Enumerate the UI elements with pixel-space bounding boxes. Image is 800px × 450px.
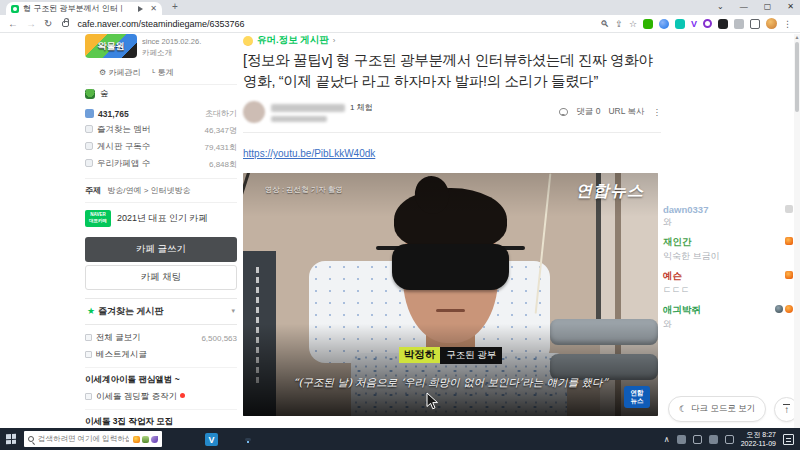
browser-tabstrip: 형 구조된 광부분께서 인터ㅣ ✕ + ⌄ — ▢ ✕: [0, 0, 800, 15]
scrollbar-up-icon[interactable]: ▲: [794, 34, 800, 40]
stat-value: 46,347명: [205, 125, 237, 136]
cafe-write-button[interactable]: 카페 글쓰기: [85, 237, 237, 262]
taskbar-search[interactable]: 검색하려면 여기에 입력하십시: [24, 431, 162, 447]
topic-value[interactable]: 방송/연예 > 인터넷방송: [107, 186, 190, 195]
lock-icon: [62, 21, 69, 27]
taskbar-clock[interactable]: 오전 8:27 2022-11-09: [741, 430, 776, 449]
stat-value: 6,848회: [209, 159, 237, 170]
tray-icon[interactable]: [709, 435, 718, 444]
url-copy-button[interactable]: URL 복사: [608, 106, 644, 118]
topic-label: 주제: [85, 186, 101, 195]
page-scrollbar[interactable]: ▲: [794, 34, 800, 428]
windows-taskbar: 검색하려면 여기에 입력하십시 V ∧ 오전 8:27 2022-11-09: [0, 428, 800, 450]
profile-avatar[interactable]: [766, 18, 777, 29]
tab-audio-icon: [138, 6, 146, 12]
naver-cafe-favicon: [11, 5, 19, 13]
cafe-stats-link[interactable]: 통계: [152, 67, 173, 78]
url-bar[interactable]: cafe.naver.com/steamindiegame/6353766: [77, 19, 592, 29]
video-credit: 영상 : 김선형 기자 촬영: [265, 185, 343, 195]
chevron-down-icon[interactable]: ▾: [231, 307, 235, 315]
video-player[interactable]: 영상 : 김선형 기자 촬영 연합뉴스 박정하구조된 광부 “(구조된 날) 처…: [243, 173, 658, 416]
back-button[interactable]: ←: [8, 18, 18, 29]
chat-text: 와: [663, 216, 791, 229]
zoom-icon[interactable]: 🔍︎: [600, 19, 609, 29]
post-more-icon[interactable]: ⋮: [653, 107, 662, 117]
search-highlight-icons[interactable]: [133, 436, 158, 443]
chat-badge-icon: [775, 305, 783, 313]
bookmark-star-icon[interactable]: ☆: [629, 19, 637, 29]
comment-count[interactable]: 댓글 0: [576, 106, 600, 118]
invite-link[interactable]: 초대하기: [205, 108, 237, 119]
author-avatar[interactable]: [243, 101, 265, 123]
extension-icon[interactable]: [718, 19, 728, 29]
new-tab-button[interactable]: +: [172, 1, 178, 12]
cafe-grade-icon: [85, 89, 95, 99]
stat-value: 79,431회: [205, 142, 237, 153]
tray-expand-icon[interactable]: ∧: [664, 435, 670, 444]
cafe-page: 왁물원 since 2015.02.26. 카페소개 카페관리 통계 숲 431…: [0, 34, 800, 428]
chat-overlay: dawn0337 와 재인간 익숙한 브금이 예슨 ㄷㄷㄷ 애긔박쥐 와: [663, 204, 791, 338]
share-icon[interactable]: ⇪: [615, 19, 623, 29]
board-link[interactable]: 유머.정보 게시판: [257, 34, 329, 47]
chat-badge-icon: [785, 237, 793, 245]
post-time-blurred: [271, 116, 327, 122]
divider: [243, 132, 661, 133]
forward-button[interactable]: →: [26, 18, 36, 29]
tray-icon[interactable]: [693, 435, 702, 444]
extension-icon[interactable]: [659, 19, 669, 29]
sidebar-item[interactable]: 이세돌 겜딩짤 증작기: [85, 389, 237, 406]
browser-menu-icon[interactable]: ⋮: [783, 19, 792, 29]
youtube-link[interactable]: https://youtu.be/PibLkkW40dk: [243, 148, 375, 159]
window-minimize-button[interactable]: —: [740, 2, 748, 11]
tray-icon[interactable]: [677, 435, 686, 444]
yonhap-corner-logo: 연합뉴스: [624, 386, 650, 408]
member-count: 431,765: [98, 109, 129, 119]
vscode-icon[interactable]: V: [205, 433, 218, 446]
split-window-icon[interactable]: [750, 19, 760, 29]
cafe-intro-link[interactable]: 카페소개: [142, 47, 201, 58]
window-close-button[interactable]: ✕: [787, 2, 794, 11]
author-name-blurred: [271, 104, 345, 112]
extension-icon[interactable]: [675, 19, 685, 29]
naver-rep-cafe-badge: NAVER대표카페: [85, 210, 111, 227]
members-icon: [85, 109, 94, 118]
favorite-boards-header[interactable]: ★즐겨찾는 게시판 ▾: [85, 298, 237, 325]
stat-label: 게시판 구독수: [97, 141, 150, 151]
sidebar-section: 이세계아이돌 팬심앨범 ~: [85, 367, 237, 389]
highlight-icon: [151, 436, 158, 443]
chat-text: 익숙한 브금이: [663, 250, 791, 263]
windows-logo-icon: [6, 434, 16, 445]
search-icon: [28, 436, 34, 442]
stat-label: 즐겨찾는 멤버: [97, 124, 150, 134]
scrollbar-thumb[interactable]: [795, 42, 799, 112]
reload-button[interactable]: ↻: [44, 18, 52, 29]
browser-toolbar: ← → ↻ cafe.naver.com/steamindiegame/6353…: [0, 15, 800, 33]
cafe-chat-button[interactable]: 카페 채팅: [85, 265, 237, 290]
mouse-cursor: [426, 392, 439, 411]
star-icon: ★: [87, 306, 95, 316]
sidebar-item-all-posts[interactable]: 전체 글보기 6,500,563: [85, 330, 237, 347]
tab-close-icon[interactable]: ✕: [150, 4, 157, 13]
action-center-icon[interactable]: [783, 434, 794, 445]
extensions-puzzle-icon[interactable]: [734, 19, 744, 29]
board-icon: [85, 351, 92, 358]
board-icon: [85, 393, 92, 400]
window-maximize-button[interactable]: ▢: [764, 2, 772, 11]
dark-mode-button[interactable]: ☾ 다크 모드로 보기: [668, 396, 766, 422]
window-chevron-icon[interactable]: ⌄: [717, 2, 724, 11]
caption-name: 박정하: [399, 347, 441, 363]
chat-username: 재인간: [663, 236, 791, 249]
highlight-icon: [133, 436, 140, 443]
cafe-logo[interactable]: 왁물원: [85, 34, 137, 58]
extension-icon[interactable]: [643, 19, 653, 29]
start-button[interactable]: [0, 428, 22, 450]
breadcrumb-arrow: ›: [333, 36, 336, 45]
cafe-grade-label: 숲: [100, 88, 109, 100]
sidebar-item-best-posts[interactable]: 베스트게시글: [85, 347, 237, 364]
extension-icon[interactable]: [703, 19, 712, 28]
tray-icon[interactable]: [725, 435, 734, 444]
rep-cafe-text: 2021년 대표 인기 카페: [117, 212, 208, 225]
browser-tab[interactable]: 형 구조된 광부분께서 인터ㅣ ✕: [6, 2, 162, 15]
cafe-manage-link[interactable]: 카페관리: [99, 67, 140, 78]
extension-icon[interactable]: V: [691, 19, 697, 29]
